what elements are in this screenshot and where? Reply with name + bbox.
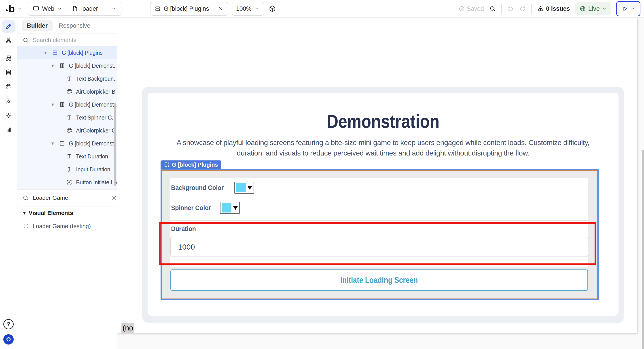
selected-block-chip-label: G [block] Plugins [172, 162, 218, 168]
save-status: Saved [459, 5, 484, 12]
tree-row[interactable]: ▾G [block] Demonst... [18, 59, 117, 72]
page-description: A showcase of playful loading screens fe… [170, 137, 596, 158]
clear-search-icon[interactable] [111, 195, 118, 201]
tab-responsive[interactable]: Responsive [59, 22, 90, 29]
tree-row[interactable]: ▾G [block] Plugins [18, 46, 117, 59]
zoom-select[interactable]: 100% [232, 2, 264, 16]
search-elements-input[interactable] [32, 36, 112, 44]
spinner-color-picker[interactable] [220, 202, 240, 214]
preview-play-button[interactable] [616, 1, 640, 16]
search-icon[interactable] [489, 5, 496, 12]
duration-input[interactable] [170, 237, 588, 257]
insert-search-input[interactable] [32, 194, 108, 202]
selection-dashed-icon [164, 162, 170, 168]
background-color-label: Background Color [171, 184, 230, 191]
chevron-down-icon [111, 6, 116, 11]
page-select[interactable]: loader [67, 2, 121, 15]
caret-down-icon: ▾ [23, 210, 26, 216]
rail-theme-icon[interactable] [2, 80, 15, 93]
input-icon [66, 166, 76, 172]
globe-icon [580, 5, 586, 12]
rail-blocks-icon[interactable] [2, 52, 15, 64]
caret-down-icon[interactable]: ▾ [52, 141, 59, 146]
zoom-level: 100% [236, 5, 252, 12]
selected-block-chip[interactable]: G [block] Plugins [160, 160, 222, 169]
spinner-color-row: Spinner Color [170, 198, 588, 218]
section-visual-elements[interactable]: ▾ Visual Elements [18, 206, 117, 219]
tree-row-label: G [block] Demonst... [69, 62, 117, 69]
cube-icon[interactable] [268, 5, 276, 12]
page-select-label: loader [81, 5, 98, 12]
device-select-label: Web [42, 5, 54, 12]
top-toolbar: b Web loader G [blo [0, 0, 644, 18]
tab-builder[interactable]: Builder [22, 20, 52, 31]
tree-row[interactable]: Text Backgroun... [18, 72, 117, 85]
button-icon [66, 179, 76, 185]
help-icon[interactable]: ? [3, 319, 14, 329]
caret-down-icon[interactable]: ▾ [52, 102, 59, 107]
play-icon [622, 5, 628, 12]
selected-block-container[interactable]: Background Color Spinner Color [160, 169, 598, 300]
page-title: Demonstration [148, 112, 618, 131]
component-loader-game[interactable]: Loader Game (testing) [18, 219, 117, 233]
tree-row[interactable]: AirColorpicker C [18, 124, 117, 137]
dropdown-triangle-icon [247, 186, 252, 190]
rail-divider [2, 49, 12, 49]
redo-icon[interactable] [519, 5, 526, 12]
rail-layers-tree-icon[interactable] [2, 34, 15, 47]
spinner-color-label: Spinner Color [171, 204, 215, 212]
tree-row-label: Text Spinner C... [76, 114, 116, 121]
open-block-tab[interactable]: G [block] Plugins [150, 2, 228, 16]
colorpicker-icon [66, 127, 76, 134]
initiate-loading-button[interactable]: Initiate Loading Screen [170, 270, 588, 291]
search-icon [22, 195, 29, 201]
left-icon-rail: ? O [0, 18, 18, 349]
layers-icon [154, 5, 161, 12]
duration-label: Duration [171, 225, 198, 233]
page-scrollbar[interactable] [642, 150, 644, 349]
check-circle-icon [459, 5, 465, 12]
insert-search [18, 189, 117, 206]
tree-row[interactable]: Input Duration [18, 163, 117, 176]
tree-row[interactable]: ▾G [block] Demonst... [18, 98, 117, 111]
monitor-icon [33, 5, 39, 12]
rail-edit-icon[interactable] [2, 20, 15, 33]
divider [531, 4, 532, 14]
canvas-workspace: Demonstration A showcase of playful load… [117, 18, 644, 349]
tree-row[interactable]: Text Spinner C... [18, 111, 117, 124]
colorpicker-icon [66, 88, 76, 95]
text-icon [66, 114, 76, 121]
undo-icon[interactable] [507, 5, 514, 12]
tree-scrollbar[interactable] [114, 103, 116, 186]
avatar[interactable]: O [3, 334, 14, 345]
circle-icon [23, 223, 29, 229]
caret-down-icon[interactable]: ▾ [52, 63, 59, 69]
live-status-button[interactable]: Live [575, 2, 611, 15]
tree-row-label: G [block] Demonst... [69, 140, 117, 147]
rail-insights-icon[interactable] [2, 123, 15, 136]
tree-row[interactable]: AirColorpicker B [18, 85, 117, 98]
tree-row[interactable]: Text Duration [18, 150, 117, 163]
tree-row-label: Text Duration [76, 153, 108, 160]
chevron-down-icon [17, 6, 23, 12]
tree-row-label: AirColorpicker B [76, 88, 116, 95]
tree-row[interactable]: Button Initiate Loa... [18, 176, 117, 189]
rail-data-icon[interactable] [2, 66, 15, 79]
warning-icon [537, 5, 544, 12]
text-icon [66, 75, 76, 82]
tree-row[interactable]: ▾G [block] Demonst... [18, 137, 117, 150]
close-icon[interactable] [218, 6, 224, 12]
builder-logo-menu[interactable]: b [6, 3, 23, 14]
tree-row-label: Text Backgroun... [76, 75, 117, 82]
background-color-picker[interactable] [234, 182, 254, 194]
caret-down-icon[interactable]: ▾ [44, 50, 52, 56]
issues-indicator[interactable]: 0 issues [537, 5, 570, 12]
rail-settings-icon[interactable] [2, 109, 15, 122]
rail-integrations-icon[interactable] [2, 95, 15, 107]
panel-tabs: Builder Responsive [18, 18, 117, 34]
elements-search [18, 34, 117, 46]
demo-inner-card: Demonstration A showcase of playful load… [148, 93, 618, 316]
columns-icon [59, 62, 69, 69]
text-icon [66, 153, 76, 160]
device-select[interactable]: Web [28, 2, 67, 15]
